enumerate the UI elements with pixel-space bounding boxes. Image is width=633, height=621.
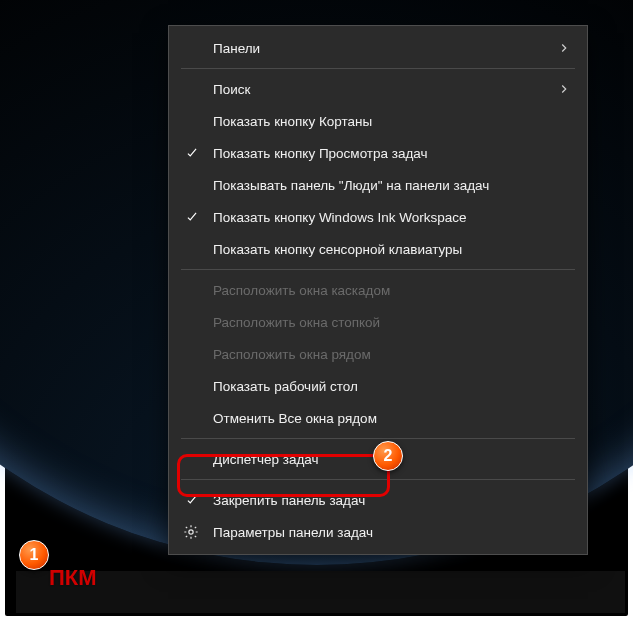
menu-item-show-ink[interactable]: Показать кнопку Windows Ink Workspace — [169, 201, 587, 233]
gear-icon — [183, 524, 199, 540]
menu-item-label: Диспетчер задач — [213, 452, 319, 467]
menu-item-panels[interactable]: Панели — [169, 32, 587, 64]
menu-item-show-cortana[interactable]: Показать кнопку Кортаны — [169, 105, 587, 137]
menu-item-label: Показать кнопку Windows Ink Workspace — [213, 210, 466, 225]
menu-separator — [181, 438, 575, 439]
menu-item-label: Панели — [213, 41, 260, 56]
annotation-step-2-badge: 2 — [373, 441, 403, 471]
menu-item-side-by-side: Расположить окна рядом — [169, 338, 587, 370]
menu-separator — [181, 68, 575, 69]
menu-item-taskbar-settings[interactable]: Параметры панели задач — [169, 516, 587, 548]
annotation-step-1-badge: 1 — [19, 540, 49, 570]
check-icon — [185, 146, 199, 160]
check-icon — [185, 493, 199, 507]
chevron-right-icon — [557, 41, 571, 55]
menu-item-label: Отменить Все окна рядом — [213, 411, 377, 426]
menu-separator — [181, 479, 575, 480]
menu-item-label: Закрепить панель задач — [213, 493, 365, 508]
taskbar[interactable] — [16, 571, 625, 613]
menu-item-show-people[interactable]: Показывать панель "Люди" на панели задач — [169, 169, 587, 201]
taskbar-context-menu: Панели Поиск Показать кнопку Кортаны Пок… — [168, 25, 588, 555]
menu-item-label: Расположить окна рядом — [213, 347, 371, 362]
menu-item-label: Показать кнопку Кортаны — [213, 114, 372, 129]
menu-item-search[interactable]: Поиск — [169, 73, 587, 105]
menu-item-label: Показать кнопку Просмотра задач — [213, 146, 428, 161]
menu-item-show-taskview[interactable]: Показать кнопку Просмотра задач — [169, 137, 587, 169]
menu-item-label: Расположить окна стопкой — [213, 315, 380, 330]
screenshot-frame: Панели Поиск Показать кнопку Кортаны Пок… — [5, 5, 628, 616]
chevron-right-icon — [557, 82, 571, 96]
menu-item-show-touch-keyboard[interactable]: Показать кнопку сенсорной клавиатуры — [169, 233, 587, 265]
menu-item-label: Показывать панель "Люди" на панели задач — [213, 178, 489, 193]
menu-item-show-desktop[interactable]: Показать рабочий стол — [169, 370, 587, 402]
menu-item-stacked: Расположить окна стопкой — [169, 306, 587, 338]
check-icon — [185, 210, 199, 224]
menu-item-lock-taskbar[interactable]: Закрепить панель задач — [169, 484, 587, 516]
annotation-pkm-label: ПКМ — [49, 565, 97, 591]
menu-item-undo-side-by-side[interactable]: Отменить Все окна рядом — [169, 402, 587, 434]
menu-item-cascade: Расположить окна каскадом — [169, 274, 587, 306]
menu-item-label: Параметры панели задач — [213, 525, 373, 540]
menu-separator — [181, 269, 575, 270]
menu-item-label: Расположить окна каскадом — [213, 283, 390, 298]
menu-item-label: Показать кнопку сенсорной клавиатуры — [213, 242, 462, 257]
menu-item-label: Показать рабочий стол — [213, 379, 358, 394]
menu-item-label: Поиск — [213, 82, 250, 97]
svg-point-0 — [189, 530, 193, 534]
